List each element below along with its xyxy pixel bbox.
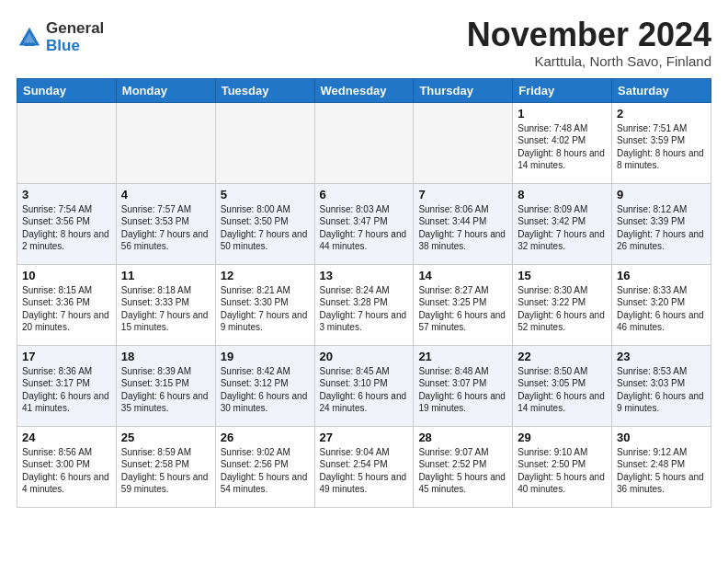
day-info: Sunrise: 7:48 AM Sunset: 4:02 PM Dayligh… [518,122,607,172]
logo-text: General Blue [46,20,104,54]
page: General Blue November 2024 Karttula, Nor… [0,0,728,517]
weekday-sunday: Sunday [17,78,117,102]
calendar-cell: 30Sunrise: 9:12 AM Sunset: 2:48 PM Dayli… [612,426,711,507]
day-number: 4 [121,188,210,201]
logo-icon [17,25,42,51]
day-number: 7 [418,188,507,201]
calendar-cell: 9Sunrise: 8:12 AM Sunset: 3:39 PM Daylig… [612,183,711,264]
day-number: 25 [121,431,210,444]
day-number: 28 [418,431,507,444]
calendar-cell: 21Sunrise: 8:48 AM Sunset: 3:07 PM Dayli… [414,345,513,426]
day-info: Sunrise: 8:36 AM Sunset: 3:17 PM Dayligh… [22,365,111,415]
location: Karttula, North Savo, Finland [467,53,711,69]
calendar-cell: 16Sunrise: 8:33 AM Sunset: 3:20 PM Dayli… [612,264,711,345]
day-info: Sunrise: 9:02 AM Sunset: 2:56 PM Dayligh… [221,446,310,496]
day-info: Sunrise: 8:06 AM Sunset: 3:44 PM Dayligh… [418,203,507,253]
day-number: 10 [22,269,111,282]
day-number: 12 [221,269,310,282]
calendar-cell: 7Sunrise: 8:06 AM Sunset: 3:44 PM Daylig… [414,183,513,264]
calendar-cell: 15Sunrise: 8:30 AM Sunset: 3:22 PM Dayli… [513,264,612,345]
day-number: 6 [320,188,409,201]
day-number: 29 [518,431,607,444]
day-number: 26 [221,431,310,444]
day-number: 2 [617,107,706,121]
calendar-cell: 13Sunrise: 8:24 AM Sunset: 3:28 PM Dayli… [314,264,414,345]
calendar-cell [116,102,215,183]
day-number: 23 [617,350,706,363]
week-row-4: 24Sunrise: 8:56 AM Sunset: 3:00 PM Dayli… [17,426,711,507]
calendar-cell [17,102,117,183]
day-info: Sunrise: 7:54 AM Sunset: 3:56 PM Dayligh… [22,203,111,253]
day-number: 9 [617,188,706,201]
day-number: 13 [320,269,409,282]
week-row-3: 17Sunrise: 8:36 AM Sunset: 3:17 PM Dayli… [17,345,711,426]
day-info: Sunrise: 7:57 AM Sunset: 3:53 PM Dayligh… [121,203,210,253]
calendar-cell: 23Sunrise: 8:53 AM Sunset: 3:03 PM Dayli… [612,345,711,426]
day-number: 19 [221,350,310,363]
calendar-cell: 25Sunrise: 8:59 AM Sunset: 2:58 PM Dayli… [116,426,215,507]
day-info: Sunrise: 8:42 AM Sunset: 3:12 PM Dayligh… [221,365,310,415]
calendar-cell: 12Sunrise: 8:21 AM Sunset: 3:30 PM Dayli… [215,264,314,345]
day-info: Sunrise: 8:53 AM Sunset: 3:03 PM Dayligh… [617,365,706,415]
calendar-cell: 22Sunrise: 8:50 AM Sunset: 3:05 PM Dayli… [513,345,612,426]
day-number: 11 [121,269,210,282]
calendar-cell: 29Sunrise: 9:10 AM Sunset: 2:50 PM Dayli… [513,426,612,507]
calendar-cell [414,102,513,183]
day-number: 3 [22,188,111,201]
title-block: November 2024 Karttula, North Savo, Finl… [467,17,711,69]
weekday-tuesday: Tuesday [215,78,314,102]
calendar-cell: 8Sunrise: 8:09 AM Sunset: 3:42 PM Daylig… [513,183,612,264]
weekday-thursday: Thursday [414,78,513,102]
day-info: Sunrise: 8:59 AM Sunset: 2:58 PM Dayligh… [121,446,210,496]
day-info: Sunrise: 8:27 AM Sunset: 3:25 PM Dayligh… [418,284,507,334]
calendar-cell: 4Sunrise: 7:57 AM Sunset: 3:53 PM Daylig… [116,183,215,264]
week-row-2: 10Sunrise: 8:15 AM Sunset: 3:36 PM Dayli… [17,264,711,345]
day-info: Sunrise: 7:51 AM Sunset: 3:59 PM Dayligh… [617,122,706,172]
month-title: November 2024 [467,17,711,53]
day-number: 21 [418,350,507,363]
day-info: Sunrise: 8:50 AM Sunset: 3:05 PM Dayligh… [518,365,607,415]
day-info: Sunrise: 8:39 AM Sunset: 3:15 PM Dayligh… [121,365,210,415]
calendar-cell: 20Sunrise: 8:45 AM Sunset: 3:10 PM Dayli… [314,345,414,426]
day-info: Sunrise: 8:24 AM Sunset: 3:28 PM Dayligh… [320,284,409,334]
day-info: Sunrise: 8:15 AM Sunset: 3:36 PM Dayligh… [22,284,111,334]
week-row-0: 1Sunrise: 7:48 AM Sunset: 4:02 PM Daylig… [17,102,711,183]
weekday-monday: Monday [116,78,215,102]
calendar-cell: 17Sunrise: 8:36 AM Sunset: 3:17 PM Dayli… [17,345,117,426]
calendar-cell: 5Sunrise: 8:00 AM Sunset: 3:50 PM Daylig… [215,183,314,264]
day-info: Sunrise: 9:12 AM Sunset: 2:48 PM Dayligh… [617,446,706,496]
calendar-cell: 24Sunrise: 8:56 AM Sunset: 3:00 PM Dayli… [17,426,117,507]
calendar: SundayMondayTuesdayWednesdayThursdayFrid… [17,78,711,508]
day-number: 24 [22,431,111,444]
day-number: 15 [518,269,607,282]
calendar-cell: 19Sunrise: 8:42 AM Sunset: 3:12 PM Dayli… [215,345,314,426]
calendar-cell: 2Sunrise: 7:51 AM Sunset: 3:59 PM Daylig… [612,102,711,183]
day-info: Sunrise: 8:56 AM Sunset: 3:00 PM Dayligh… [22,446,111,496]
day-number: 8 [518,188,607,201]
logo: General Blue [17,20,104,54]
logo-general: General [46,19,104,37]
day-info: Sunrise: 8:45 AM Sunset: 3:10 PM Dayligh… [320,365,409,415]
calendar-cell [314,102,414,183]
header: General Blue November 2024 Karttula, Nor… [17,17,711,69]
day-info: Sunrise: 9:04 AM Sunset: 2:54 PM Dayligh… [320,446,409,496]
day-number: 17 [22,350,111,363]
logo-blue: Blue [46,37,80,54]
calendar-cell: 28Sunrise: 9:07 AM Sunset: 2:52 PM Dayli… [414,426,513,507]
calendar-cell: 26Sunrise: 9:02 AM Sunset: 2:56 PM Dayli… [215,426,314,507]
day-info: Sunrise: 8:12 AM Sunset: 3:39 PM Dayligh… [617,203,706,253]
weekday-wednesday: Wednesday [314,78,414,102]
weekday-friday: Friday [513,78,612,102]
day-number: 22 [518,350,607,363]
day-info: Sunrise: 8:09 AM Sunset: 3:42 PM Dayligh… [518,203,607,253]
day-info: Sunrise: 9:10 AM Sunset: 2:50 PM Dayligh… [518,446,607,496]
day-number: 30 [617,431,706,444]
day-info: Sunrise: 8:21 AM Sunset: 3:30 PM Dayligh… [221,284,310,334]
day-number: 18 [121,350,210,363]
day-info: Sunrise: 8:48 AM Sunset: 3:07 PM Dayligh… [418,365,507,415]
day-info: Sunrise: 8:00 AM Sunset: 3:50 PM Dayligh… [221,203,310,253]
svg-rect-2 [24,42,34,46]
day-number: 27 [320,431,409,444]
day-info: Sunrise: 8:33 AM Sunset: 3:20 PM Dayligh… [617,284,706,334]
day-number: 14 [418,269,507,282]
